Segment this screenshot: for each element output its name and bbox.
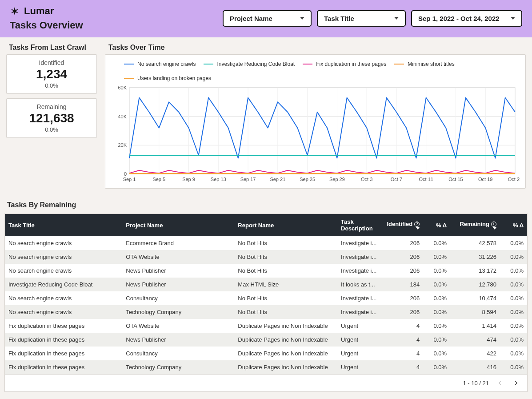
table-cell: 0.0% [423, 305, 450, 319]
task-title-dropdown-label: Task Title [324, 15, 354, 22]
col-remaining-label: Remaining [460, 221, 489, 227]
kpi-remaining-delta: 0.0% [10, 126, 93, 133]
table-cell: OTA Website [122, 319, 234, 333]
table-cell: 0.0% [500, 264, 527, 278]
section-titles-row: Tasks From Last Crawl Tasks Over Time [0, 37, 532, 52]
col-identified-delta[interactable]: % Δ [423, 214, 450, 236]
table-cell: 10,474 [450, 291, 500, 305]
table-cell: 422 [450, 347, 500, 360]
table-cell: 206 [383, 250, 423, 264]
table-cell: 0.0% [500, 250, 527, 264]
legend-item[interactable]: Minimise short titles [394, 61, 454, 67]
date-range-dropdown[interactable]: Sep 1, 2022 - Oct 24, 2022 [411, 10, 522, 27]
col-remaining-delta[interactable]: % Δ [500, 214, 527, 236]
col-task-title[interactable]: Task Title [5, 214, 122, 236]
table-row[interactable]: No search engine crawlsNews PublisherNo … [5, 264, 527, 278]
svg-text:Oct 3: Oct 3 [361, 177, 372, 182]
brand-block: Lumar Tasks Overview [10, 5, 83, 31]
table-cell: 0.0% [423, 347, 450, 360]
table-cell: 0.0% [500, 305, 527, 319]
legend-label: Users landing on broken pages [137, 75, 211, 81]
chart-legend: No search engine crawlsInvestigate Reduc… [111, 60, 520, 84]
table-cell: 0.0% [500, 333, 527, 347]
chevron-left-icon [497, 380, 503, 386]
table-row[interactable]: Fix duplication in these pagesTechnology… [5, 360, 527, 374]
project-name-dropdown[interactable]: Project Name [223, 10, 312, 27]
kpi-remaining-label: Remaining [10, 103, 93, 110]
svg-text:Oct 23: Oct 23 [508, 177, 520, 182]
table-cell: No search engine crawls [5, 305, 122, 319]
col-remaining[interactable]: Remaining i [450, 214, 500, 236]
table-cell: 206 [383, 236, 423, 250]
table-cell: 8,594 [450, 305, 500, 319]
legend-item[interactable]: Investigate Reducing Code Bloat [204, 61, 295, 67]
col-report-name-label: Report Name [238, 222, 274, 229]
table-cell: 416 [450, 360, 500, 374]
table-cell: Consultancy [122, 347, 234, 360]
table-cell: 0.0% [423, 278, 450, 291]
table-cell: News Publisher [122, 333, 234, 347]
table-row[interactable]: Fix duplication in these pagesNews Publi… [5, 333, 527, 347]
col-identified[interactable]: Identified ? [383, 214, 423, 236]
info-icon: i [491, 222, 496, 227]
table-cell: 13,172 [450, 264, 500, 278]
table-row[interactable]: Fix duplication in these pagesOTA Websit… [5, 319, 527, 333]
tasks-table-head: Task Title Project Name Report Name Task… [5, 214, 527, 236]
chevron-down-icon [511, 17, 515, 20]
kpi-remaining-value: 121,638 [10, 111, 93, 125]
table-cell: 0.0% [423, 360, 450, 374]
task-title-dropdown[interactable]: Task Title [317, 10, 406, 27]
svg-text:Sep 9: Sep 9 [182, 177, 195, 182]
table-cell: 0.0% [423, 250, 450, 264]
table-cell: Urgent [337, 319, 383, 333]
svg-text:Oct 19: Oct 19 [478, 177, 492, 182]
legend-item[interactable]: No search engine crawls [124, 61, 196, 67]
svg-text:0: 0 [124, 171, 127, 177]
table-cell: Fix duplication in these pages [5, 360, 122, 374]
table-cell: Investigate Reducing Code Bloat [5, 278, 122, 291]
table-cell: 474 [450, 333, 500, 347]
table-row[interactable]: No search engine crawlsOTA WebsiteNo Bot… [5, 250, 527, 264]
lumar-logo-icon [10, 6, 20, 16]
col-report-name[interactable]: Report Name [234, 214, 337, 236]
table-row[interactable]: No search engine crawlsTechnology Compan… [5, 305, 527, 319]
legend-swatch [124, 78, 134, 79]
table-row[interactable]: No search engine crawlsConsultancyNo Bot… [5, 291, 527, 305]
table-cell: Investigate i... [337, 291, 383, 305]
sort-descending-icon [493, 227, 496, 230]
table-cell: No search engine crawls [5, 264, 122, 278]
table-cell: Consultancy [122, 291, 234, 305]
table-cell: 206 [383, 264, 423, 278]
table-cell: 0.0% [500, 236, 527, 250]
svg-text:Sep 5: Sep 5 [152, 177, 165, 182]
table-cell: Urgent [337, 360, 383, 374]
tasks-table-body: No search engine crawlsEcommerce BrandNo… [5, 236, 527, 374]
table-row[interactable]: Investigate Reducing Code BloatNews Publ… [5, 278, 527, 291]
table-cell: Technology Company [122, 360, 234, 374]
table-cell: 1,414 [450, 319, 500, 333]
chevron-right-icon [513, 380, 519, 386]
pager-prev-button[interactable] [495, 378, 505, 388]
pager-next-button[interactable] [511, 378, 521, 388]
col-task-description[interactable]: Task Description [337, 214, 383, 236]
table-row[interactable]: No search engine crawlsEcommerce BrandNo… [5, 236, 527, 250]
legend-swatch [303, 64, 312, 64]
top-row: Identified 1,234 0.0% Remaining 121,638 … [0, 52, 532, 198]
table-cell: 12,780 [450, 278, 500, 291]
table-cell: Duplicate Pages inc Non Indexable [234, 319, 337, 333]
page-header: Lumar Tasks Overview Project Name Task T… [0, 0, 532, 37]
chevron-down-icon [300, 17, 304, 20]
legend-item[interactable]: Fix duplication in these pages [303, 61, 386, 67]
brand-row: Lumar [10, 5, 83, 17]
svg-text:60K: 60K [118, 85, 127, 90]
legend-label: Fix duplication in these pages [316, 61, 386, 67]
col-project-name[interactable]: Project Name [122, 214, 234, 236]
legend-item[interactable]: Users landing on broken pages [124, 75, 211, 81]
svg-text:40K: 40K [118, 114, 127, 119]
col-task-description-label: Task Description [341, 218, 373, 232]
table-row[interactable]: Fix duplication in these pagesConsultanc… [5, 347, 527, 360]
legend-label: Investigate Reducing Code Bloat [217, 61, 295, 67]
table-cell: Urgent [337, 347, 383, 360]
table-cell: Duplicate Pages inc Non Indexable [234, 333, 337, 347]
col-identified-delta-label: % Δ [436, 222, 447, 229]
